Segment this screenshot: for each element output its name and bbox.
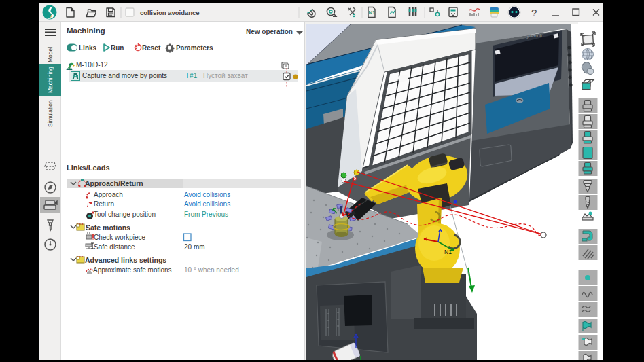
svg-text:collision avoidance: collision avoidance [140,9,200,16]
svg-text:?: ? [531,7,537,18]
svg-text:N1: N1 [369,10,376,16]
svg-text:N1: N1 [444,249,452,255]
svg-text:ynamic: ynamic [526,33,543,39]
